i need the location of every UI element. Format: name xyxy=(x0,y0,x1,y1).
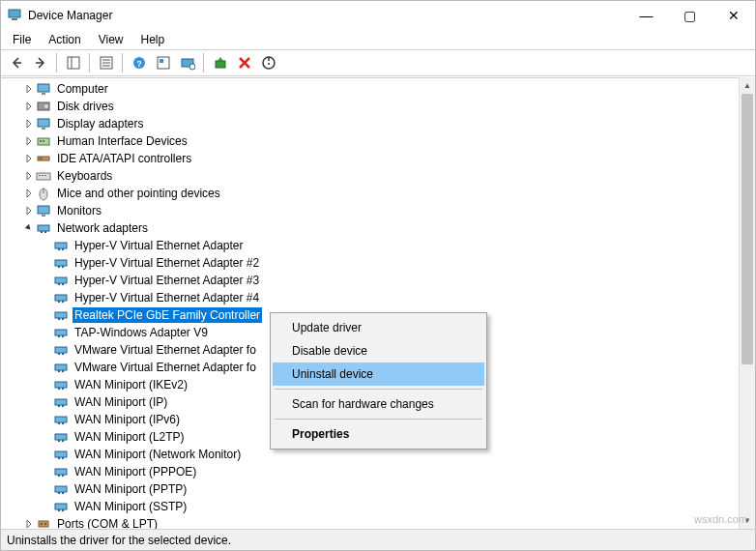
device-item[interactable]: Hyper-V Virtual Ethernet Adapter #4 xyxy=(1,289,755,306)
expand-arrow-icon xyxy=(40,413,53,426)
maximize-button[interactable]: ▢ xyxy=(668,1,712,30)
ctx-update-driver[interactable]: Update driver xyxy=(273,316,484,339)
svg-rect-55 xyxy=(58,335,60,337)
toolbar-scan-button[interactable] xyxy=(176,52,198,73)
monitor-icon xyxy=(36,81,51,97)
svg-rect-2 xyxy=(68,57,79,69)
device-item[interactable]: Hyper-V Virtual Ethernet Adapter #2 xyxy=(1,254,755,272)
device-item[interactable]: Hyper-V Virtual Ethernet Adapter #3 xyxy=(1,272,755,289)
device-category[interactable]: Monitors xyxy=(1,202,755,219)
expand-arrow-icon[interactable] xyxy=(22,82,36,96)
svg-rect-70 xyxy=(58,422,60,424)
device-category[interactable]: Disk drives xyxy=(1,98,755,115)
device-item[interactable]: WAN Miniport (PPTP) xyxy=(1,480,755,498)
minimize-button[interactable]: — xyxy=(625,1,668,30)
toolbar-help-button[interactable]: ? xyxy=(128,52,150,73)
network-icon xyxy=(53,325,69,340)
network-icon xyxy=(53,394,69,410)
expand-arrow-icon[interactable] xyxy=(22,169,36,183)
tree-item-label: WAN Miniport (L2TP) xyxy=(73,429,187,445)
svg-rect-43 xyxy=(58,266,60,268)
toolbar-uninstall-button[interactable] xyxy=(233,52,255,73)
toolbar-properties-button[interactable] xyxy=(95,52,117,73)
tree-item-label: Display adapters xyxy=(55,116,145,131)
tree-scrollbar[interactable]: ▲ ▼ xyxy=(739,77,755,529)
svg-rect-78 xyxy=(55,469,67,475)
svg-rect-35 xyxy=(42,215,45,217)
tree-item-label: TAP-Windows Adapter V9 xyxy=(73,325,210,340)
menu-view[interactable]: View xyxy=(91,31,131,48)
toolbar-update-driver-button[interactable] xyxy=(209,52,231,73)
svg-rect-68 xyxy=(62,405,64,407)
toolbar-disable-button[interactable] xyxy=(257,52,279,73)
expand-arrow-icon[interactable] xyxy=(22,152,36,165)
scroll-thumb[interactable] xyxy=(741,94,753,364)
svg-point-13 xyxy=(189,64,195,70)
device-category[interactable]: Keyboards xyxy=(1,167,755,185)
device-category[interactable]: Human Interface Devices xyxy=(1,132,755,150)
network-icon xyxy=(53,447,69,462)
svg-rect-54 xyxy=(55,330,67,335)
device-item[interactable]: WAN Miniport (PPPOE) xyxy=(1,463,755,480)
close-button[interactable]: ✕ xyxy=(712,1,755,30)
monitor-icon xyxy=(36,116,51,131)
toolbar-forward-button[interactable] xyxy=(29,52,51,73)
ide-icon xyxy=(36,151,51,166)
toolbar-back-button[interactable] xyxy=(5,52,27,73)
expand-arrow-icon[interactable] xyxy=(22,117,36,130)
svg-rect-81 xyxy=(55,486,67,492)
svg-rect-57 xyxy=(55,347,67,353)
ctx-disable-device[interactable]: Disable device xyxy=(273,339,484,362)
separator xyxy=(89,53,90,72)
menu-file[interactable]: File xyxy=(5,31,39,48)
tree-item-label: Realtek PCIe GbE Family Controller xyxy=(73,307,262,323)
svg-rect-72 xyxy=(55,434,67,440)
expand-arrow-icon[interactable] xyxy=(22,134,36,148)
tree-item-label: WAN Miniport (IKEv2) xyxy=(73,377,189,392)
svg-rect-71 xyxy=(62,422,64,424)
expand-arrow-icon xyxy=(40,326,53,339)
device-tree[interactable]: ComputerDisk drivesDisplay adaptersHuman… xyxy=(1,77,755,529)
device-category[interactable]: IDE ATA/ATAPI controllers xyxy=(1,150,755,167)
svg-rect-83 xyxy=(62,492,64,494)
expand-arrow-icon xyxy=(40,395,53,409)
svg-rect-17 xyxy=(42,93,45,95)
menu-help[interactable]: Help xyxy=(133,31,173,48)
device-category[interactable]: Computer xyxy=(1,80,755,98)
expand-arrow-icon[interactable] xyxy=(22,517,36,529)
device-category[interactable]: Display adapters xyxy=(1,115,755,132)
tree-item-label: Keyboards xyxy=(55,168,114,184)
expand-arrow-icon[interactable] xyxy=(22,221,36,235)
menu-action[interactable]: Action xyxy=(41,31,88,48)
device-item[interactable]: WAN Miniport (SSTP) xyxy=(1,498,755,515)
ctx-uninstall-device[interactable]: Uninstall device xyxy=(273,362,484,386)
separator xyxy=(275,419,482,420)
device-category[interactable]: Mice and other pointing devices xyxy=(1,185,755,202)
tree-item-label: Network adapters xyxy=(55,220,150,236)
device-category[interactable]: Network adapters xyxy=(1,219,755,237)
expand-arrow-icon[interactable] xyxy=(22,100,36,113)
ctx-scan-hardware[interactable]: Scan for hardware changes xyxy=(273,392,484,416)
device-category[interactable]: Ports (COM & LPT) xyxy=(1,515,755,529)
expand-arrow-icon[interactable] xyxy=(22,204,36,218)
device-item[interactable]: Hyper-V Virtual Ethernet Adapter xyxy=(1,237,755,254)
toolbar-show-hide-button[interactable] xyxy=(62,52,84,73)
port-icon xyxy=(36,516,51,529)
scroll-up-icon[interactable]: ▲ xyxy=(740,77,755,94)
toolbar-action-center-button[interactable] xyxy=(152,52,174,73)
keyboard-icon xyxy=(36,168,51,184)
expand-arrow-icon[interactable] xyxy=(22,187,36,200)
svg-rect-62 xyxy=(62,370,64,372)
svg-rect-36 xyxy=(38,225,49,231)
ctx-properties[interactable]: Properties xyxy=(273,422,484,446)
svg-rect-46 xyxy=(58,283,60,285)
tree-item-label: Disk drives xyxy=(55,99,116,114)
tree-item-label: Monitors xyxy=(55,203,103,218)
svg-rect-56 xyxy=(62,335,64,337)
svg-rect-64 xyxy=(58,388,60,390)
tree-item-label: Human Interface Devices xyxy=(55,133,189,149)
menubar: File Action View Help xyxy=(1,30,755,49)
svg-point-19 xyxy=(44,104,48,108)
svg-rect-30 xyxy=(42,175,44,176)
window-title: Device Manager xyxy=(28,9,112,22)
